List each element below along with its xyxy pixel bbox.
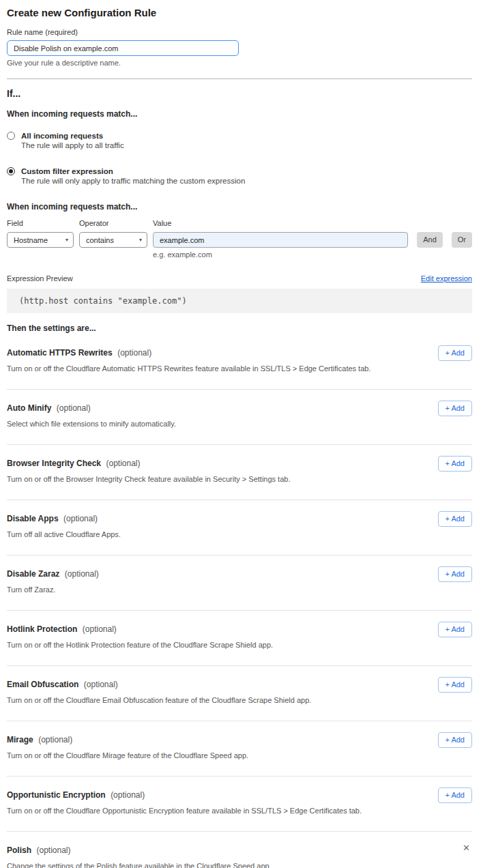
operator-select[interactable]: contains ▾ [79, 232, 147, 248]
setting-description: Turn off Zaraz. [7, 585, 416, 594]
setting-title: Hotlink Protection [7, 624, 77, 634]
expression-preview-code: (http.host contains "example.com") [7, 289, 472, 313]
setting-row: Automatic HTTPS Rewrites (optional) Turn… [7, 334, 472, 390]
radio-label: All incoming requests [21, 131, 124, 141]
operator-label: Operator [79, 219, 147, 228]
radio-button-icon[interactable] [7, 132, 15, 140]
radio-all-incoming-requests[interactable]: All incoming requests The rule will appl… [7, 131, 472, 151]
close-icon[interactable]: ✕ [463, 843, 470, 852]
match-type-radio-group: All incoming requests The rule will appl… [7, 131, 472, 186]
rule-name-group: Rule name (required) Give your rule a de… [7, 28, 472, 68]
add-setting-button[interactable]: + Add [438, 732, 472, 748]
setting-row: Mirage (optional) Turn on or off the Clo… [7, 721, 472, 777]
setting-title: Disable Zaraz [7, 569, 59, 579]
setting-description: Change the settings of the Polish featur… [7, 862, 416, 868]
setting-row: Auto Minify (optional) Select which file… [7, 390, 472, 445]
field-label: Field [7, 219, 74, 228]
setting-optional-tag: (optional) [65, 569, 99, 579]
setting-row: Browser Integrity Check (optional) Turn … [7, 445, 472, 500]
radio-description: The rule will apply to all traffic [21, 141, 124, 151]
add-setting-button[interactable]: + Add [438, 345, 472, 361]
setting-title: Auto Minify [7, 403, 51, 413]
setting-description: Turn on or off the Cloudflare Email Obfu… [7, 696, 416, 705]
then-settings-heading: Then the settings are... [7, 323, 472, 333]
create-configuration-rule-page: Create new Configuration Rule Rule name … [0, 0, 481, 868]
expression-builder-row: Field Hostname ▾ Operator contains ▾ Val… [7, 219, 472, 259]
add-setting-button[interactable]: + Add [438, 566, 472, 582]
field-select-value: Hostname [14, 236, 48, 244]
setting-description: Turn off all active Cloudflare Apps. [7, 530, 416, 539]
operator-select-value: contains [86, 236, 114, 244]
add-setting-button[interactable]: + Add [438, 456, 472, 472]
setting-description: Select which file extensions to minify a… [7, 420, 416, 429]
section-divider [7, 78, 472, 79]
setting-title: Browser Integrity Check [7, 459, 101, 468]
setting-optional-tag: (optional) [38, 735, 72, 744]
incoming-requests-match-label: When incoming requests match... [7, 109, 472, 119]
settings-list: Automatic HTTPS Rewrites (optional) Turn… [7, 334, 472, 868]
setting-optional-tag: (optional) [63, 514, 98, 523]
chevron-down-icon: ▾ [139, 237, 142, 243]
setting-row: Email Obfuscation (optional) Turn on or … [7, 666, 472, 721]
setting-optional-tag: (optional) [57, 403, 91, 413]
setting-optional-tag: (optional) [83, 624, 117, 634]
page-title: Create new Configuration Rule [7, 7, 472, 19]
edit-expression-link[interactable]: Edit expression [421, 274, 472, 283]
expression-preview-label: Expression Preview [7, 274, 73, 283]
setting-row: Hotlink Protection (optional) Turn on or… [7, 611, 472, 666]
and-button[interactable]: And [417, 232, 443, 248]
setting-title: Opportunistic Encryption [7, 790, 106, 800]
setting-description: Turn on or off the Cloudflare Automatic … [7, 364, 416, 373]
setting-row: Disable Apps (optional) Turn off all act… [7, 500, 472, 555]
setting-title: Automatic HTTPS Rewrites [7, 348, 113, 358]
setting-description: Turn on or off the Hotlink Protection fe… [7, 641, 416, 650]
setting-optional-tag: (optional) [117, 348, 151, 358]
rule-name-input[interactable] [7, 40, 239, 56]
setting-optional-tag: (optional) [106, 459, 141, 468]
setting-title: Email Obfuscation [7, 680, 78, 689]
setting-description: Turn on or off the Cloudflare Opportunis… [7, 807, 416, 815]
setting-row: Disable Zaraz (optional) Turn off Zaraz.… [7, 555, 472, 611]
expression-builder-heading: When incoming requests match... [7, 202, 472, 212]
setting-row-polish: Polish (optional) ✕ Change the settings … [7, 832, 472, 868]
if-heading: If... [7, 88, 472, 100]
setting-title: Mirage [7, 735, 33, 744]
value-helper: e.g. example.com [153, 250, 408, 259]
setting-title: Polish [7, 845, 31, 855]
setting-optional-tag: (optional) [111, 790, 145, 800]
add-setting-button[interactable]: + Add [438, 787, 472, 803]
setting-description: Turn on or off the Browser Integrity Che… [7, 475, 416, 484]
chevron-down-icon: ▾ [65, 237, 68, 243]
add-setting-button[interactable]: + Add [438, 622, 472, 637]
add-setting-button[interactable]: + Add [438, 677, 472, 693]
setting-title: Disable Apps [7, 514, 59, 523]
value-label: Value [153, 219, 408, 228]
radio-description: The rule will only apply to traffic matc… [21, 176, 245, 186]
add-setting-button[interactable]: + Add [438, 511, 472, 527]
add-setting-button[interactable]: + Add [438, 401, 472, 416]
setting-optional-tag: (optional) [36, 845, 70, 855]
value-input[interactable] [153, 232, 408, 248]
rule-name-helper: Give your rule a descriptive name. [7, 59, 472, 68]
setting-description: Turn on or off the Cloudflare Mirage fea… [7, 751, 416, 760]
radio-custom-filter-expression[interactable]: Custom filter expression The rule will o… [7, 167, 472, 186]
setting-row: Opportunistic Encryption (optional) Turn… [7, 777, 472, 832]
setting-optional-tag: (optional) [84, 680, 118, 689]
or-button[interactable]: Or [452, 232, 472, 248]
field-select[interactable]: Hostname ▾ [7, 232, 74, 248]
radio-button-icon[interactable] [7, 167, 15, 175]
radio-label: Custom filter expression [21, 167, 245, 176]
rule-name-label: Rule name (required) [7, 28, 472, 37]
